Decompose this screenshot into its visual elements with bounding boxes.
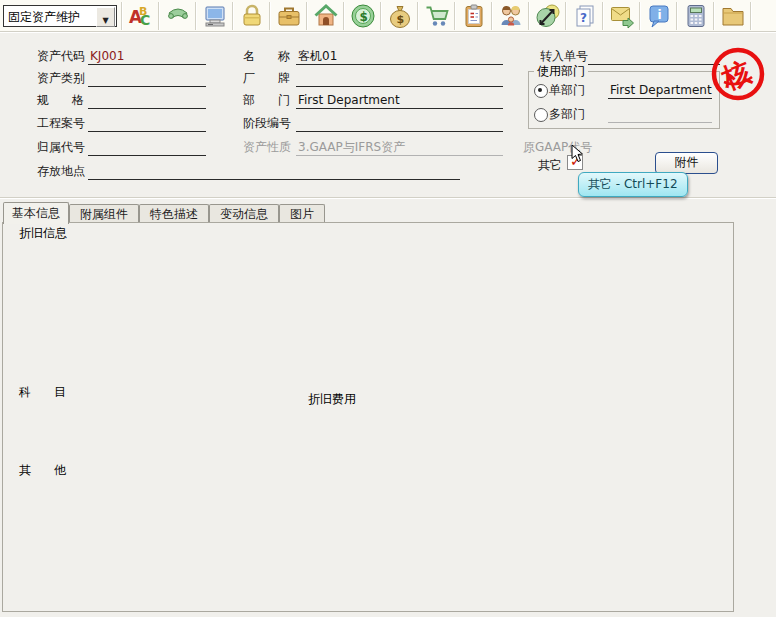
red-seal-stamp: 核 [710, 46, 766, 102]
tab-picture[interactable]: 图片 [279, 204, 325, 224]
fixed-asset-maintenance-window: 固定资产维护 ABC $ $ ? i [0, 0, 776, 617]
tab-basic-info[interactable]: 基本信息 [3, 202, 69, 224]
depreciation-group-title: 折旧信息 [16, 226, 70, 240]
folder-icon[interactable] [719, 2, 746, 29]
asset-code-label: 资产代码 [37, 48, 85, 64]
svg-text:i: i [657, 7, 661, 21]
toolbar-separator [491, 2, 493, 30]
toolbar-separator [454, 2, 456, 30]
others-group-title: 其 他 [16, 463, 69, 477]
toolbar-separator [158, 2, 160, 30]
use-department-title: 使用部门 [534, 64, 588, 78]
department-label: 部 门 [243, 92, 290, 108]
asset-nature-label: 资产性质 [243, 139, 291, 155]
multi-department-radio[interactable] [534, 108, 548, 122]
money-bag-icon[interactable]: $ [386, 2, 413, 29]
svg-text:C: C [140, 12, 150, 28]
brand-field[interactable] [296, 70, 503, 87]
svg-text:$: $ [396, 13, 404, 26]
dollar-coin-icon[interactable]: $ [349, 2, 376, 29]
toolbar-separator [713, 2, 715, 30]
department-field[interactable]: First Department [296, 92, 503, 109]
spellcheck-icon[interactable]: ABC [127, 2, 154, 29]
depreciation-expense-title: 折旧费用 [305, 392, 359, 406]
clipboard-icon[interactable] [460, 2, 487, 29]
multi-department-label: 多部门 [549, 106, 585, 122]
toolbar-separator [565, 2, 567, 30]
project-no-label: 工程案号 [37, 115, 85, 131]
toolbar-separator [750, 2, 752, 30]
project-no-field[interactable] [88, 115, 206, 132]
other-flag-label: 其它 [538, 157, 562, 173]
tab-attached-components[interactable]: 附属组件 [69, 204, 139, 224]
computer-icon[interactable] [201, 2, 228, 29]
people-icon[interactable] [497, 2, 524, 29]
single-department-label: 单部门 [549, 82, 585, 98]
mouse-cursor [571, 144, 584, 163]
toolbar: 固定资产维护 ABC $ $ ? i [0, 0, 776, 32]
spec-field[interactable] [88, 92, 206, 109]
module-selector-value: 固定资产维护 [8, 10, 80, 24]
single-department-field[interactable]: First Department [608, 82, 712, 99]
other-flag-tooltip: 其它 - Ctrl+F12 [578, 172, 688, 197]
transfer-no-label: 转入单号 [540, 48, 588, 64]
toolbar-divider [0, 31, 776, 33]
brand-label: 厂 牌 [243, 70, 290, 86]
tab-change-info[interactable]: 变动信息 [209, 204, 279, 224]
stage-no-field[interactable] [296, 115, 503, 132]
attachment-button[interactable]: 附件 [655, 152, 718, 174]
chevron-down-icon[interactable] [96, 7, 115, 27]
module-selector[interactable]: 固定资产维护 [3, 5, 117, 27]
transfer-no-field[interactable] [585, 48, 720, 65]
phone-icon[interactable] [164, 2, 191, 29]
header-divider [0, 197, 776, 199]
asset-nature-field: 3.GAAP与IFRS资产 [296, 139, 503, 156]
toolbar-separator [195, 2, 197, 30]
toolbar-separator [380, 2, 382, 30]
tab-content-panel [2, 222, 734, 612]
toolbar-separator [343, 2, 345, 30]
cart-icon[interactable] [423, 2, 450, 29]
toolbar-separator [676, 2, 678, 30]
toolbar-separator [602, 2, 604, 30]
asset-category-field[interactable] [88, 70, 206, 87]
toolbar-separator [306, 2, 308, 30]
asset-name-label: 名 称 [243, 48, 290, 64]
belong-code-label: 归属代号 [37, 139, 85, 155]
toolbar-separator [232, 2, 234, 30]
multi-department-field [608, 106, 712, 123]
asset-code-field[interactable]: KJ001 [88, 48, 206, 65]
export-icon[interactable] [534, 2, 561, 29]
home-icon[interactable] [312, 2, 339, 29]
asset-name-field[interactable]: 客机01 [296, 48, 503, 65]
location-field[interactable] [88, 163, 460, 180]
lock-icon[interactable] [238, 2, 265, 29]
tab-feature-description[interactable]: 特色描述 [139, 204, 209, 224]
toolbar-separator [639, 2, 641, 30]
subjects-group-title: 科 目 [16, 385, 69, 399]
briefcase-icon[interactable] [275, 2, 302, 29]
toolbar-separator [528, 2, 530, 30]
calculator-icon[interactable] [682, 2, 709, 29]
asset-category-label: 资产类别 [37, 70, 85, 86]
single-department-radio[interactable] [534, 84, 548, 98]
svg-text:$: $ [359, 9, 367, 23]
stage-no-label: 阶段编号 [243, 115, 291, 131]
help-doc-icon[interactable]: ? [571, 2, 598, 29]
svg-text:?: ? [580, 11, 587, 25]
toolbar-separator [269, 2, 271, 30]
info-icon[interactable]: i [645, 2, 672, 29]
location-label: 存放地点 [37, 163, 85, 179]
toolbar-separator [121, 2, 123, 30]
send-mail-icon[interactable] [608, 2, 635, 29]
spec-label: 规 格 [37, 92, 84, 108]
belong-code-field[interactable] [88, 139, 206, 156]
toolbar-separator [417, 2, 419, 30]
